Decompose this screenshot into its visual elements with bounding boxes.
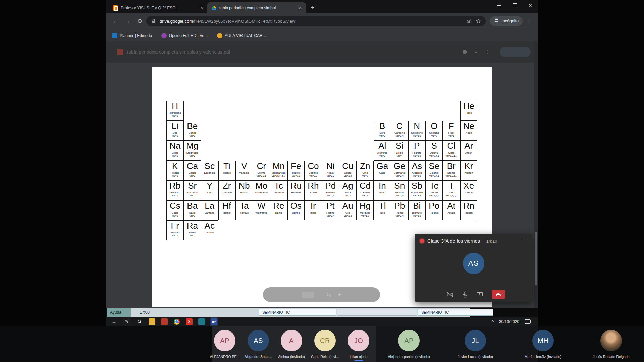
camera-off-icon[interactable] bbox=[447, 291, 453, 298]
touch-keyboard-icon[interactable] bbox=[525, 319, 531, 324]
participant-avatar: JO bbox=[348, 330, 369, 351]
microphone-icon[interactable] bbox=[462, 291, 468, 298]
download-icon[interactable] bbox=[472, 48, 480, 56]
participant-avatar: JL bbox=[465, 330, 486, 351]
element-cell-Co: CoCobaltoVal=2,3 bbox=[305, 161, 322, 181]
window-controls: ✕ bbox=[492, 0, 538, 11]
participant-tile[interactable]: JOjulian ojeda bbox=[332, 326, 385, 362]
participant-tile[interactable]: APAlejandro panizo (Invitado) bbox=[382, 326, 436, 362]
search-icon[interactable] bbox=[136, 318, 143, 325]
window-button-blank[interactable] bbox=[337, 309, 417, 316]
element-cell-Sc: ScEscandio bbox=[201, 161, 218, 181]
tab-close-icon[interactable]: ✕ bbox=[297, 5, 303, 11]
element-cell-Ti: TiTitanio bbox=[218, 161, 236, 181]
incognito-badge: Incógnito bbox=[490, 16, 523, 26]
element-cell-Ba: BaBarioVal=2 bbox=[184, 200, 201, 221]
element-cell-B: BBoroVal=3 bbox=[374, 121, 391, 141]
participant-tile[interactable]: MHMaría Herráiz (Invitado) bbox=[516, 326, 570, 362]
bookmark-opcion-fullhd[interactable]: Opción Full HD | Ve... bbox=[161, 33, 208, 38]
print-icon[interactable] bbox=[461, 48, 468, 56]
app-teal-icon[interactable] bbox=[198, 318, 205, 325]
element-cell-Sn: SnEstañoVal=2,4 bbox=[391, 180, 409, 200]
bookmark-star-icon[interactable] bbox=[475, 18, 482, 24]
back-icon[interactable]: ← bbox=[110, 16, 121, 26]
zoom-in-icon[interactable]: + bbox=[338, 291, 341, 298]
tray-expand-icon[interactable]: ^ bbox=[492, 319, 494, 324]
element-cell-In: InIndio bbox=[374, 180, 391, 200]
page-number-field[interactable] bbox=[302, 292, 314, 298]
element-cell-Os: OsOsmio bbox=[287, 200, 305, 221]
zoom-icon[interactable] bbox=[326, 292, 332, 298]
taskbar-upper: Ayuda 17:00 SEMINARIO TIC SEMINARIO TIC bbox=[106, 308, 538, 317]
element-cell-Ni: NiNíquelVal=2,3 bbox=[322, 161, 339, 181]
active-speaker-indicator bbox=[354, 360, 363, 361]
hang-up-button[interactable] bbox=[492, 290, 505, 299]
scrollbar[interactable] bbox=[534, 41, 538, 308]
meeting-header: Clase 3ºA de los viernes 14:10 bbox=[415, 234, 532, 244]
bookmark-aula-virtual[interactable]: AULA VIRTUAL CAR... bbox=[217, 33, 266, 38]
forward-icon[interactable]: → bbox=[122, 16, 133, 26]
taskbar-date: 30/10/2020 bbox=[499, 319, 519, 324]
chrome-icon[interactable] bbox=[173, 318, 180, 325]
element-cell-Kr: KrKriptón bbox=[460, 161, 478, 181]
tab-tabla-periodica[interactable]: tabla periodica completa simbol ✕ bbox=[207, 2, 306, 13]
reload-icon[interactable] bbox=[134, 16, 145, 26]
tab-close-icon[interactable]: ✕ bbox=[199, 5, 205, 11]
element-cell-Al: AlAluminioVal=3 bbox=[374, 140, 391, 161]
browser-toolbar: ← → drive.google.com/file/d/1W2py66xYtoV… bbox=[106, 13, 538, 29]
edmodo-icon bbox=[112, 33, 117, 38]
close-button[interactable]: ✕ bbox=[523, 0, 538, 11]
element-cell-Y: YYtrio bbox=[201, 180, 218, 200]
incognito-label: Incógnito bbox=[501, 19, 519, 23]
element-cell-Fr: FrFrancioVal=1 bbox=[166, 220, 184, 240]
teams-icon[interactable] bbox=[211, 318, 217, 325]
share-screen-icon[interactable] bbox=[476, 291, 483, 298]
more-icon[interactable]: ⋮ bbox=[484, 48, 491, 56]
app-red-icon[interactable] bbox=[161, 318, 168, 325]
address-bar[interactable]: drive.google.com/file/d/1W2py66xYtoVVihO… bbox=[146, 16, 486, 26]
element-cell-Au: AuOroVal=1,3 bbox=[339, 200, 357, 221]
element-cell-Ru: RuRutenio bbox=[287, 180, 305, 200]
element-cell-Ag: AgPlataVal=1 bbox=[339, 180, 357, 200]
bookmark-edmodo[interactable]: Planner | Edmodo bbox=[112, 33, 152, 38]
recording-icon bbox=[420, 239, 424, 243]
element-cell-Mo: MoMolibdeno bbox=[253, 180, 270, 200]
element-cell-V: VVanadio bbox=[235, 161, 253, 181]
open-with-button[interactable] bbox=[500, 47, 531, 57]
new-tab-button[interactable]: + bbox=[308, 3, 317, 12]
participant-photo-avatar bbox=[600, 330, 622, 351]
pen-icon[interactable]: ✎ bbox=[123, 318, 130, 325]
file-explorer-icon[interactable] bbox=[149, 318, 155, 325]
maximize-button[interactable] bbox=[507, 0, 523, 11]
element-cell-W: WWolframio bbox=[253, 200, 270, 221]
participant-tile[interactable]: Jesús Rodado Delgado bbox=[584, 326, 638, 362]
element-cell-Ar: ArArgón bbox=[460, 140, 478, 161]
minimize-button[interactable] bbox=[492, 0, 507, 11]
participant-name: Alejandro panizo (Invitado) bbox=[382, 355, 436, 359]
participant-name: julian ojeda bbox=[332, 355, 385, 359]
menu-icon[interactable]: ⋮ bbox=[524, 16, 534, 26]
element-cell-F: FFlúorVal=1 bbox=[443, 121, 460, 141]
element-cell-Cl: ClCloroVal=1,3,5,7 bbox=[443, 140, 460, 161]
eye-off-icon[interactable] bbox=[466, 18, 472, 24]
tab-title: tabla periodica completa simbol bbox=[219, 6, 294, 10]
window-button-seminario-2[interactable]: SEMINARIO TIC bbox=[418, 309, 493, 316]
element-cell-Li: LiLitioVal=1 bbox=[166, 121, 184, 141]
element-cell-At: AtAstato bbox=[443, 200, 460, 221]
element-cell-Pd: PdPaladioVal=2,4 bbox=[322, 180, 339, 200]
scrollbar-thumb[interactable] bbox=[535, 232, 537, 285]
back-arrow-icon[interactable]: ← bbox=[111, 318, 117, 325]
participant-avatar: AP bbox=[398, 330, 420, 351]
help-menu[interactable]: Ayuda bbox=[107, 308, 131, 317]
window-button-seminario-1[interactable]: SEMINARIO TIC bbox=[259, 309, 336, 316]
element-cell-Te: TeTeluroVal=2,4,6 bbox=[426, 180, 443, 200]
participant-tile[interactable]: JLJavier Lucas (Invitado) bbox=[448, 326, 502, 362]
participant-name: Javier Lucas (Invitado) bbox=[448, 355, 502, 359]
element-cell-Mg: MgMagnesioVal=2 bbox=[184, 140, 201, 161]
tab-profesor-yisus[interactable]: Profesor YISUS: F y Q 2º ESO ✕ bbox=[109, 2, 207, 13]
element-cell-Cs: CsCesioVal=1 bbox=[166, 200, 184, 221]
meeting-minimize-icon[interactable] bbox=[522, 241, 527, 241]
meeting-window[interactable]: Clase 3ºA de los viernes 14:10 AS bbox=[415, 234, 532, 302]
notification-badge-icon[interactable]: 3 bbox=[186, 318, 193, 325]
element-cell-Na: NaSodioVal=1 bbox=[166, 140, 184, 161]
